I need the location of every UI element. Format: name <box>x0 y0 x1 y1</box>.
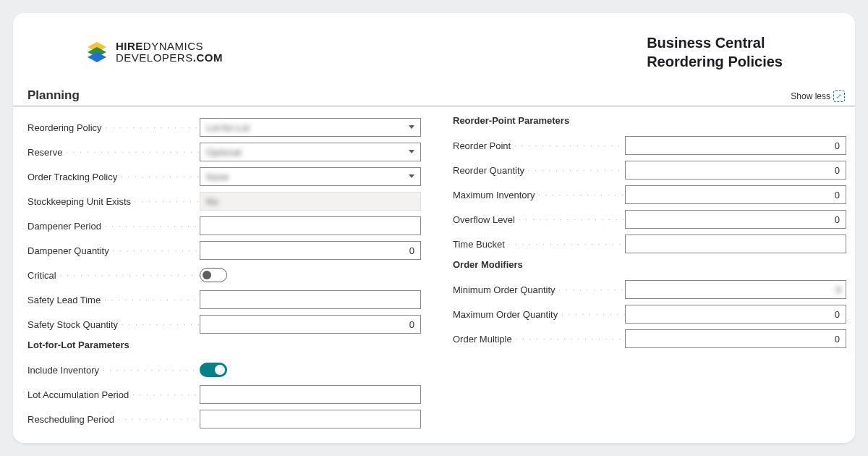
planning-panel: Planning Show less ⤢ Reordering Policy L… <box>13 85 855 443</box>
time-bucket-input[interactable] <box>625 235 846 253</box>
critical-toggle[interactable] <box>200 268 227 282</box>
maximum-inventory-input[interactable] <box>625 185 846 204</box>
reserve-label: Reserve <box>27 147 200 158</box>
reordering-policy-value: Lot-for-Lot <box>206 122 250 133</box>
safety-stock-quantity-label: Safety Stock Quantity <box>27 319 200 330</box>
overflow-level-input[interactable] <box>625 210 846 229</box>
order-tracking-policy-value: None <box>206 172 229 182</box>
show-less-label: Show less <box>791 91 830 101</box>
critical-label: Critical <box>27 270 200 281</box>
stockkeeping-unit-exists-value: No <box>206 196 218 207</box>
time-bucket-label: Time Bucket <box>453 239 625 250</box>
show-less-button[interactable]: Show less ⤢ <box>791 90 845 102</box>
lot-accumulation-period-input[interactable] <box>200 385 421 404</box>
page-header: HIREDYNAMICS DEVELOPERS.COM Business Cen… <box>13 13 855 85</box>
stockkeeping-unit-exists-label: Stockkeeping Unit Exists <box>27 196 200 207</box>
reorder-point-label: Reorder Point <box>453 140 625 151</box>
lot-accumulation-period-label: Lot Accumulation Period <box>27 389 200 400</box>
reorder-point-parameters-header: Reorder-Point Parameters <box>453 115 846 126</box>
page-title: Business Central Reordering Policies <box>647 33 783 71</box>
safety-stock-quantity-input[interactable] <box>200 315 421 334</box>
rescheduling-period-label: Rescheduling Period <box>27 414 200 425</box>
overflow-level-label: Overflow Level <box>453 214 625 225</box>
focus-mode-icon[interactable]: ⤢ <box>833 90 845 102</box>
order-tracking-policy-select[interactable]: None <box>200 167 421 186</box>
maximum-order-quantity-label: Maximum Order Quantity <box>453 309 625 320</box>
logo-word-dynamics: DYNAMICS <box>143 40 203 52</box>
safety-lead-time-label: Safety Lead Time <box>27 295 200 305</box>
stockkeeping-unit-exists-field: No <box>200 192 421 211</box>
right-column: Reorder-Point Parameters Reorder Point R… <box>453 115 846 431</box>
order-multiple-input[interactable] <box>625 329 846 348</box>
order-multiple-label: Order Multiple <box>453 334 625 345</box>
logo-word-hire: HIRE <box>116 40 143 52</box>
logo-word-com: .COM <box>193 51 223 64</box>
maximum-inventory-label: Maximum Inventory <box>453 190 625 200</box>
reorder-quantity-label: Reorder Quantity <box>453 165 625 176</box>
logo: HIREDYNAMICS DEVELOPERS.COM <box>85 41 223 64</box>
order-tracking-policy-label: Order Tracking Policy <box>27 172 200 182</box>
maximum-order-quantity-input[interactable] <box>625 305 846 324</box>
minimum-order-quantity-label: Minimum Order Quantity <box>453 284 625 295</box>
reordering-policy-select[interactable]: Lot-for-Lot <box>200 118 421 137</box>
dampener-period-label: Dampener Period <box>27 221 200 232</box>
order-modifiers-header: Order Modifiers <box>453 259 846 270</box>
reserve-value: Optional <box>206 147 241 158</box>
panel-title: Planning <box>27 88 80 103</box>
reorder-quantity-input[interactable] <box>625 161 846 180</box>
left-column: Reordering Policy Lot-for-Lot Reserve Op… <box>27 115 421 431</box>
safety-lead-time-input[interactable] <box>200 290 421 309</box>
page-title-line1: Business Central <box>647 33 783 52</box>
dampener-period-input[interactable] <box>200 216 421 235</box>
logo-icon <box>85 41 109 64</box>
include-inventory-label: Include Inventory <box>27 365 200 376</box>
reordering-policy-label: Reordering Policy <box>27 122 200 133</box>
reorder-point-input[interactable] <box>625 136 846 155</box>
include-inventory-toggle[interactable] <box>200 363 227 377</box>
panel-header: Planning Show less ⤢ <box>13 85 855 106</box>
lot-for-lot-header: Lot-for-Lot Parameters <box>27 339 421 350</box>
dampener-quantity-input[interactable] <box>200 241 421 260</box>
logo-text: HIREDYNAMICS DEVELOPERS.COM <box>116 41 223 64</box>
rescheduling-period-input[interactable] <box>200 410 421 428</box>
page-title-line2: Reordering Policies <box>647 52 783 71</box>
logo-word-developers: DEVELOPERS <box>116 51 193 64</box>
reserve-select[interactable]: Optional <box>200 143 421 161</box>
minimum-order-quantity-input[interactable]: 0 <box>625 280 846 299</box>
dampener-quantity-label: Dampener Quantity <box>27 245 200 256</box>
minimum-order-quantity-value: 0 <box>836 284 841 295</box>
